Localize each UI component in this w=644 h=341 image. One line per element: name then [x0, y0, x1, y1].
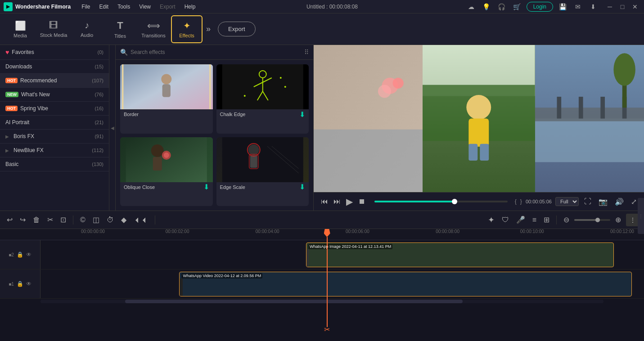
close-button[interactable]: ✕ [630, 1, 640, 12]
edge-scale-download-icon[interactable]: ⬇ [299, 183, 305, 191]
ruler-mark-6: 00:00:06:00 [346, 229, 369, 234]
snapshot-button[interactable]: 📷 [597, 197, 609, 207]
download-icon[interactable]: ⬇ [587, 1, 599, 13]
effect-card-oblique-close[interactable]: Oblique Close ⬇ [120, 137, 213, 206]
stop-button[interactable]: ⏹ [356, 197, 367, 206]
export-button[interactable]: Export [218, 22, 256, 36]
ruler-mark-4: 00:00:04:00 [256, 229, 279, 234]
menu-export[interactable]: Export [156, 2, 179, 12]
delete-button[interactable]: 🗑 [31, 215, 42, 225]
menu-view[interactable]: View [135, 2, 154, 12]
track-1-clip[interactable]: WhatsApp Video 2022-04-12 at 2.09.56 PM [179, 272, 632, 296]
effects-tool[interactable]: ✦ Effects [171, 15, 203, 43]
border-label: Border [120, 109, 213, 119]
cloud-icon[interactable]: ☁ [465, 1, 477, 13]
redo-button[interactable]: ↪ [18, 214, 28, 225]
zoom-slider[interactable] [574, 219, 610, 221]
bulb-icon[interactable]: 💡 [481, 1, 492, 13]
shield-icon[interactable]: 🛡 [500, 215, 511, 225]
snap-button[interactable]: ◫ [90, 214, 102, 225]
svg-point-2 [161, 74, 171, 84]
sidebar-item-downloads[interactable]: Downloads (15) [0, 60, 109, 74]
audio-tool[interactable]: ♪ Audio [71, 15, 103, 43]
cut-button[interactable]: ✂ [45, 214, 55, 225]
cart-icon[interactable]: 🛒 [511, 1, 523, 13]
search-input[interactable] [131, 49, 302, 55]
progress-bar[interactable] [374, 201, 508, 202]
menu-tools[interactable]: Tools [114, 2, 134, 12]
oblique-close-download-icon[interactable]: ⬇ [203, 183, 209, 191]
zoom-out-button[interactable]: ⊖ [561, 214, 572, 225]
ruler-mark-12: 00:00:12:00 [610, 229, 634, 234]
maximize-button[interactable]: □ [617, 1, 628, 12]
sidebar-item-whats-new[interactable]: NEW What's New (76) [0, 88, 109, 102]
effects-categories-panel: ♥ Favorites (0) Downloads (15) HOT Recom… [0, 45, 109, 211]
menu-help[interactable]: Help [181, 2, 199, 12]
track-2-eye-icon[interactable]: 👁 [26, 251, 32, 258]
audio-levels-button[interactable]: ⏴⏴ [131, 215, 150, 225]
quality-select[interactable]: Full 1/2 1/4 [555, 197, 579, 206]
settings-button[interactable]: ⤢ [629, 197, 639, 207]
save-icon[interactable]: 💾 [557, 1, 568, 13]
track-2-lock-icon[interactable]: 🔒 [17, 251, 23, 258]
clip-frame [182, 278, 183, 296]
media-tool[interactable]: ⬜ Media [5, 15, 36, 43]
scrollbar-thumb[interactable] [125, 300, 463, 303]
subtitles-icon[interactable]: ≡ [530, 215, 539, 225]
track-1-eye-icon[interactable]: 👁 [26, 281, 32, 287]
sidebar-item-newblue-fx[interactable]: ▶ NewBlue FX (112) [0, 144, 109, 157]
track-1-lock-icon[interactable]: 🔒 [17, 281, 23, 287]
mic-icon[interactable]: 🎤 [514, 214, 527, 225]
minimize-button[interactable]: ─ [604, 1, 615, 12]
skip-back-button[interactable]: ⏮ [319, 197, 330, 206]
transitions-tool[interactable]: ⟺ Transitions [138, 15, 169, 43]
svg-point-20 [248, 144, 259, 155]
grid-view-icon[interactable]: ⠿ [304, 49, 309, 56]
headset-icon[interactable]: 🎧 [496, 1, 508, 13]
keyframe-button[interactable]: ◆ [119, 214, 129, 225]
login-button[interactable]: Login [527, 2, 553, 12]
track-2-body[interactable]: WhatsApp Image 2022-04-11 at 12.13.41 PM [41, 240, 644, 269]
transitions-icon: ⟺ [147, 20, 160, 31]
timeline-scroll-handle[interactable]: ⋮ [638, 198, 644, 234]
menu-file[interactable]: File [78, 2, 94, 12]
svg-point-46 [613, 53, 635, 86]
sidebar-item-recommended[interactable]: HOT Recommended (107) [0, 74, 109, 88]
copy-button[interactable]: © [78, 215, 88, 225]
sidebar-item-spring-vibe[interactable]: HOT Spring Vibe (16) [0, 102, 109, 116]
effect-card-border[interactable]: Border [120, 64, 213, 134]
titles-tool[interactable]: T Titles [104, 15, 136, 43]
effect-card-edge-scale[interactable]: Edge Scale ⬇ [216, 137, 309, 206]
volume-button[interactable]: 🔊 [613, 197, 626, 207]
menu-edit[interactable]: Edit [95, 2, 112, 12]
play-button[interactable]: ▶ [344, 195, 355, 208]
chalk-edge-download-icon[interactable]: ⬇ [299, 110, 305, 119]
undo-button[interactable]: ↩ [5, 214, 15, 225]
timeline-scrollbar[interactable] [0, 299, 644, 304]
mail-icon[interactable]: ✉ [572, 1, 584, 13]
track-1-body[interactable]: WhatsApp Video 2022-04-12 at 2.09.56 PM [41, 269, 644, 298]
zoom-in-button[interactable]: ⊕ [613, 214, 623, 225]
collapse-icon: ◀ [111, 126, 114, 130]
sidebar-item-boris-fx[interactable]: ▶ Boris FX (91) [0, 130, 109, 144]
fullscreen-button[interactable]: ⛶ [582, 197, 593, 206]
more-tools-button[interactable]: » [206, 24, 211, 34]
crop-button[interactable]: ⊡ [58, 214, 68, 225]
timer-button[interactable]: ⏱ [104, 215, 116, 225]
effect-card-chalk-edge[interactable]: Chalk Edge ⬇ [216, 64, 309, 134]
stock-media-tool[interactable]: 🎞 Stock Media [38, 15, 69, 43]
sidebar-item-basic[interactable]: Basic (130) [0, 157, 109, 171]
media-icon: ⬜ [15, 20, 26, 31]
pip-icon[interactable]: ⊞ [541, 214, 552, 225]
motion-icon[interactable]: ✦ [486, 214, 497, 226]
prev-frame-button[interactable]: ⏭ [332, 197, 342, 206]
track-2-clip[interactable]: WhatsApp Image 2022-04-11 at 12.13.41 PM [306, 242, 614, 267]
titles-icon: T [117, 20, 123, 31]
track-2-clip-label: WhatsApp Image 2022-04-11 at 12.13.41 PM [308, 244, 392, 249]
edge-scale-thumbnail [216, 137, 309, 182]
sidebar-item-ai-portrait[interactable]: AI Portrait (21) [0, 116, 109, 130]
audio-label: Audio [81, 32, 93, 38]
panel-collapse-button[interactable]: ◀ [109, 45, 116, 211]
sidebar-item-favorites[interactable]: ♥ Favorites (0) [0, 45, 109, 60]
progress-fill [374, 201, 455, 202]
